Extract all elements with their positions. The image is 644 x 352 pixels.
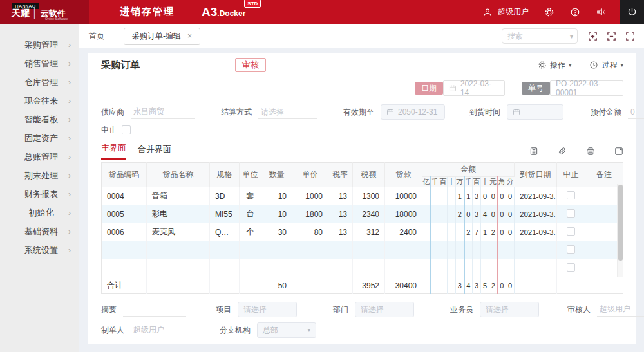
process-menu[interactable]: 过程 ▾ [589,60,623,71]
scrollbar-thumb[interactable] [618,185,623,261]
table-row[interactable]: 0004 音箱 3D 套 10 1000 13 1300 10000 [102,187,623,205]
cell-suspend [557,187,585,205]
col-remark[interactable]: 备注 [585,163,623,187]
sidebar-item-ledger[interactable]: 总账管理› [0,147,79,166]
cell-spec: QS20... [210,223,240,241]
sidebar-item-dashboard[interactable]: 智能看板› [0,110,79,129]
cell-unit: 个 [240,223,261,241]
sidebar-item-period-end[interactable]: 期末处理› [0,166,79,185]
expand-icon[interactable] [614,147,623,156]
table-row-empty[interactable] [102,241,623,259]
grid-toolbar [529,147,623,160]
col-name[interactable]: 货品名称 [147,163,210,187]
purchase-order-card: 采购订单 审核 操作 ▾ 过程 ▾ [88,53,636,344]
cell-spec: MI55 [210,205,240,223]
table-row[interactable]: 0005 彩电 MI55 台 10 1800 13 2340 18000 [102,205,623,223]
status-stamp: 审核 [235,58,266,72]
table-row-empty[interactable] [102,259,623,277]
summary-field[interactable] [123,303,186,317]
col-price[interactable]: 单价 [292,163,328,187]
logo-tagline: Online Software [45,17,89,21]
user-menu[interactable]: 超级用户 [482,6,529,17]
supplier-field[interactable] [131,106,195,119]
chevron-down-icon[interactable]: ▾ [570,33,573,40]
order-form-row: 供应商 结算方式 有效期至 2050-12-31 [101,103,623,121]
chevron-right-icon: › [68,134,71,143]
total-qty: 50 [261,277,292,294]
chevron-down-icon: ▾ [569,62,572,68]
sidebar-item-purchase[interactable]: 采购管理› [0,35,79,54]
table-row[interactable]: 0006 麦克风 QS20... 个 30 80 13 312 2400 [102,223,623,241]
paperclip-icon[interactable] [558,147,567,156]
suspend-checkbox[interactable] [567,245,575,254]
operation-menu[interactable]: 操作 ▾ [538,60,572,71]
search-input[interactable] [502,32,570,41]
sidebar-item-sales[interactable]: 销售管理› [0,54,79,73]
valid-until-field[interactable]: 2050-12-31 [381,104,445,120]
sidebar-item-warehouse[interactable]: 仓库管理› [0,73,79,91]
arrival-time-field[interactable] [507,104,564,120]
col-code[interactable]: 货品编码 [102,163,147,187]
cell-arrival-date: 2021-09-3... [515,187,557,205]
gear-icon[interactable] [544,7,554,17]
speaker-icon[interactable] [596,6,607,17]
suspend-checkbox[interactable] [567,209,575,218]
suspend-checkbox[interactable] [567,191,575,199]
prepaid-field[interactable] [628,106,644,119]
sidebar-item-base-data[interactable]: 基础资料› [0,222,79,241]
help-icon[interactable] [570,7,580,17]
creator-label: 制单人 [101,325,124,336]
cell-name: 麦克风 [147,223,210,241]
tab-merged-view[interactable]: 合并界面 [138,144,171,160]
sidebar-item-fixed-assets[interactable]: 固定资产› [0,129,79,147]
suspend-checkbox[interactable] [122,125,131,134]
order-no-field[interactable]: PO-2022-03-00001 [550,80,623,96]
header-actions: 超级用户 [482,6,620,17]
chevron-right-icon: › [68,97,71,106]
zoom-in-icon[interactable] [588,32,598,41]
settlement-field[interactable] [258,106,317,119]
col-unit[interactable]: 单位 [240,163,261,187]
salesman-field[interactable] [480,302,539,317]
department-field[interactable] [355,302,414,317]
sidebar-item-finance-report[interactable]: 财务报表› [0,185,79,203]
project-field[interactable] [238,302,297,317]
tab-main-view[interactable]: 主界面 [101,142,126,160]
col-arrival-date[interactable]: 到货日期 [515,163,557,187]
creator-field[interactable] [131,324,194,337]
chevron-down-icon: ▾ [620,62,623,68]
tab-label: 采购订单-编辑 [132,31,181,42]
suspend-checkbox[interactable] [567,263,575,272]
col-tax-rate[interactable]: 税率 [328,163,353,187]
chevron-right-icon: › [68,227,71,236]
col-suspend[interactable]: 中止 [557,163,585,187]
sidebar-item-cash[interactable]: 现金往来› [0,91,79,110]
printer-icon[interactable] [586,147,595,156]
auditor-field[interactable] [597,303,644,317]
cell-suspend [557,223,585,241]
department-label: 部门 [333,304,348,315]
grid-scrollbar[interactable] [617,184,623,277]
col-amount-group: 金额 [422,163,515,177]
cell-code: 0004 [102,187,147,205]
salesman-label: 业务员 [450,304,473,315]
col-tax[interactable]: 税额 [353,163,385,187]
sidebar-item-initialization[interactable]: 初始化› [0,203,79,222]
cell-price: 1800 [292,205,328,223]
col-qty[interactable]: 数量 [261,163,292,187]
power-icon[interactable] [627,6,638,17]
sidebar-item-system-settings[interactable]: 系统设置› [0,241,79,259]
branch-select[interactable]: 总部 ▾ [257,322,316,338]
date-field[interactable]: 2022-03-14 [443,80,505,96]
col-spec[interactable]: 规格 [210,163,240,187]
calendar-icon [386,108,394,116]
chevron-right-icon: › [68,78,71,87]
save-sheet-icon[interactable] [529,147,538,156]
zoom-out-icon[interactable] [607,32,616,41]
fullscreen-icon[interactable] [625,32,635,41]
tab-purchase-order-edit[interactable]: 采购订单-编辑 × [124,28,200,45]
tab-home[interactable]: 首页 [89,31,104,42]
col-payment[interactable]: 货款 [385,163,422,187]
suspend-checkbox[interactable] [567,227,575,236]
close-icon[interactable]: × [187,32,192,41]
